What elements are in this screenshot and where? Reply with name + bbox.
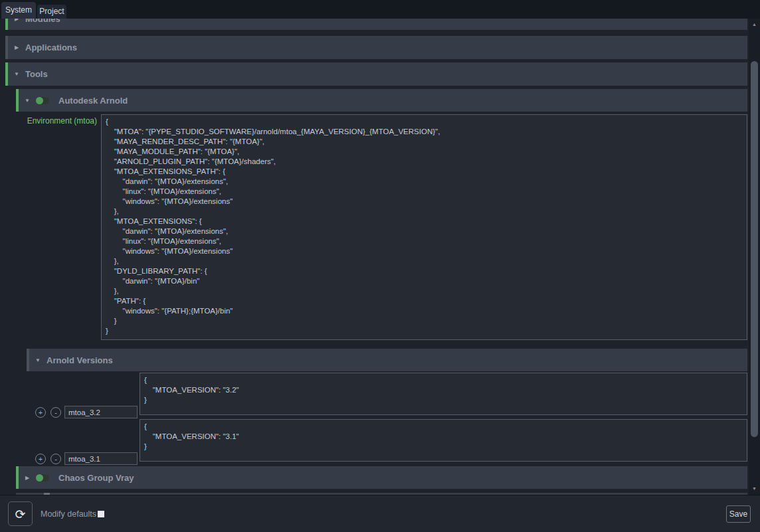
scroll-down-arrow-icon[interactable]: ▼ bbox=[749, 484, 760, 493]
modify-defaults-label: Modify defaults bbox=[41, 509, 96, 519]
scrollbar-thumb[interactable] bbox=[751, 61, 758, 437]
tab-project[interactable]: Project bbox=[37, 5, 66, 19]
chevron-right-icon: ▶ bbox=[8, 19, 25, 22]
chevron-down-icon: ▼ bbox=[8, 71, 25, 77]
scroll-up-arrow-icon[interactable]: ▲ bbox=[749, 20, 760, 29]
section-title: Autodesk Arnold bbox=[58, 96, 128, 106]
footer-bar: ⟳ Modify defaults Save bbox=[0, 495, 760, 532]
tab-system[interactable]: System bbox=[1, 2, 36, 19]
toggle-knob bbox=[36, 474, 43, 482]
section-header-autodesk-arnold[interactable]: ▼ Autodesk Arnold bbox=[16, 89, 747, 112]
section-title: Tools bbox=[25, 69, 48, 79]
toggle-knob bbox=[36, 97, 43, 104]
section-title: Arnold Versions bbox=[47, 355, 113, 365]
arnold-enabled-toggle[interactable] bbox=[36, 97, 49, 104]
chevron-down-icon: ▼ bbox=[29, 357, 47, 363]
section-header-modules[interactable]: ▶ Modules bbox=[5, 19, 747, 30]
version-name-input[interactable] bbox=[64, 406, 138, 418]
remove-version-button[interactable]: - bbox=[50, 454, 61, 464]
version-json-textarea[interactable]: { "MTOA_VERSION": "3.1" } bbox=[140, 419, 747, 462]
version-name-input[interactable] bbox=[64, 452, 138, 465]
section-header-chaos-group-vray[interactable]: ▶ Chaos Group Vray bbox=[16, 466, 747, 489]
chevron-right-icon: ▶ bbox=[8, 44, 25, 50]
section-header-tools[interactable]: ▼ Tools bbox=[5, 62, 747, 86]
scrollbar[interactable]: ▲ ▼ bbox=[749, 19, 760, 495]
tab-bar: System Project bbox=[0, 0, 760, 19]
environment-json-textarea[interactable]: { "MTOA": "{PYPE_STUDIO_SOFTWARE}/arnold… bbox=[101, 114, 747, 340]
save-button[interactable]: Save bbox=[726, 505, 751, 523]
refresh-button[interactable]: ⟳ bbox=[8, 501, 33, 526]
chevron-down-icon: ▼ bbox=[19, 98, 36, 104]
remove-version-button[interactable]: - bbox=[50, 407, 61, 418]
version-json-textarea[interactable]: { "MTOA_VERSION": "3.2" } bbox=[140, 373, 747, 415]
settings-scroll-area: ▶ Modules ▶ Applications ▼ Tools ▼ Autod… bbox=[0, 19, 749, 495]
section-header-applications[interactable]: ▶ Applications bbox=[5, 36, 747, 59]
add-version-button[interactable]: + bbox=[35, 454, 46, 464]
modify-defaults-checkbox[interactable] bbox=[98, 511, 104, 517]
add-version-button[interactable]: + bbox=[35, 407, 46, 418]
environment-label: Environment (mtoa) bbox=[5, 116, 97, 126]
section-title: Applications bbox=[25, 43, 77, 52]
chevron-right-icon: ▶ bbox=[19, 475, 36, 481]
section-title: Chaos Group Vray bbox=[58, 473, 134, 483]
refresh-icon: ⟳ bbox=[15, 507, 26, 521]
section-header-arnold-versions[interactable]: ▼ Arnold Versions bbox=[27, 349, 747, 371]
section-title: Modules bbox=[25, 19, 60, 24]
vray-enabled-toggle[interactable] bbox=[36, 474, 49, 482]
